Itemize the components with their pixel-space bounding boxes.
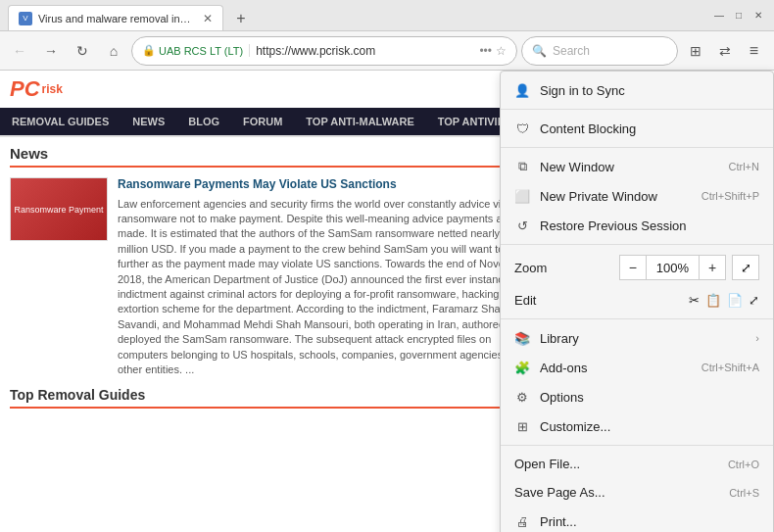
- print-label: Print...: [540, 514, 759, 529]
- search-bar[interactable]: 🔍 Search: [521, 36, 678, 66]
- library-icon: 📚: [514, 330, 530, 346]
- zoom-minus-button[interactable]: −: [619, 255, 647, 280]
- options-label: Options: [540, 390, 759, 405]
- cut-icon[interactable]: ✂: [689, 293, 700, 308]
- tab-close-button[interactable]: ✕: [203, 12, 213, 25]
- menu-section-file: Open File... Ctrl+O Save Page As... Ctrl…: [501, 446, 773, 532]
- sign-in-sync-item[interactable]: 👤 Sign in to Sync: [501, 75, 773, 105]
- nav-antimalware[interactable]: TOP ANTI-MALWARE: [294, 108, 425, 135]
- window-controls: — □ ✕: [711, 8, 766, 24]
- save-page-item[interactable]: Save Page As... Ctrl+S: [501, 478, 773, 507]
- open-file-label: Open File...: [514, 457, 718, 471]
- news-thumb-1: Ransomware Payment: [10, 177, 108, 241]
- options-item[interactable]: ⚙ Options: [501, 382, 773, 411]
- library-item[interactable]: 📚 Library ›: [501, 323, 773, 353]
- sync-button[interactable]: ⇄: [711, 37, 739, 65]
- new-window-shortcut: Ctrl+N: [729, 161, 759, 172]
- nav-forum[interactable]: FORUM: [231, 108, 294, 135]
- page-content: PC risk REMOVAL GUIDES NEWS BLOG FORUM T…: [0, 71, 774, 532]
- restore-session-label: Restore Previous Session: [540, 218, 759, 233]
- print-icon: 🖨: [514, 513, 530, 529]
- open-file-item[interactable]: Open File... Ctrl+O: [501, 450, 773, 478]
- sync-menu-icon: 👤: [514, 82, 530, 98]
- new-private-window-shortcut: Ctrl+Shift+P: [701, 190, 759, 202]
- zoom-control: Zoom − 100% + ⤢: [501, 249, 773, 286]
- url-text[interactable]: https://www.pcrisk.com: [256, 44, 473, 58]
- forward-button[interactable]: →: [37, 37, 65, 65]
- tab-favicon: V: [19, 12, 32, 25]
- news-text-1: Ransomware Payments May Violate US Sanct…: [118, 177, 539, 377]
- copy-icon[interactable]: 📋: [705, 293, 721, 308]
- bottom-section-title: Top Removal Guides: [10, 387, 539, 409]
- address-actions: ••• ☆: [479, 44, 507, 58]
- search-placeholder: Search: [553, 44, 590, 58]
- menu-section-windows: ⧉ New Window Ctrl+N ⬜ New Private Window…: [501, 148, 773, 245]
- library-arrow: ›: [755, 332, 759, 344]
- paste-icon[interactable]: 📄: [727, 293, 743, 308]
- back-button[interactable]: ←: [6, 37, 33, 65]
- article-text-1: Law enforcement agencies and security fi…: [118, 197, 539, 378]
- address-bar[interactable]: 🔒 UAB RCS LT (LT) https://www.pcrisk.com…: [131, 36, 517, 66]
- bookmark-icon[interactable]: ☆: [496, 44, 507, 58]
- security-label: UAB RCS LT (LT): [159, 45, 243, 57]
- fullscreen-icon[interactable]: ⤢: [749, 293, 759, 308]
- more-icon[interactable]: •••: [479, 44, 492, 58]
- nav-removal-guides[interactable]: REMOVAL GUIDES: [0, 108, 121, 135]
- nav-blog[interactable]: BLOG: [176, 108, 231, 135]
- content-blocking-label: Content Blocking: [540, 121, 759, 136]
- customize-icon: ⊞: [514, 418, 530, 434]
- menu-section-addons: 📚 Library › 🧩 Add-ons Ctrl+Shift+A ⚙ Opt…: [501, 319, 773, 446]
- shield-icon: 🛡: [514, 121, 530, 136]
- library-label: Library: [540, 331, 746, 346]
- customize-item[interactable]: ⊞ Customize...: [501, 411, 773, 441]
- save-page-label: Save Page As...: [514, 485, 719, 500]
- menu-section-zoom-edit: Zoom − 100% + ⤢ Edit ✂ 📋 📄 ⤢: [501, 245, 773, 319]
- reload-button[interactable]: ↻: [69, 37, 96, 65]
- logo-text: PC: [10, 76, 40, 102]
- restore-session-item[interactable]: ↺ Restore Previous Session: [501, 211, 773, 240]
- edit-item[interactable]: Edit ✂ 📋 📄 ⤢: [501, 286, 773, 314]
- new-tab-button[interactable]: +: [229, 7, 253, 30]
- home-button[interactable]: ⌂: [100, 37, 127, 65]
- open-file-shortcut: Ctrl+O: [728, 459, 759, 470]
- content-left: News Ransomware Payment Ransomware Payme…: [10, 145, 539, 489]
- menu-section-sync: 👤 Sign in to Sync: [501, 72, 773, 110]
- print-item[interactable]: 🖨 Print...: [501, 507, 773, 532]
- content-blocking-item[interactable]: 🛡 Content Blocking: [501, 114, 773, 143]
- nav-tools: ⊞ ⇄ ≡: [682, 37, 768, 65]
- close-button[interactable]: ✕: [750, 8, 766, 24]
- addons-item[interactable]: 🧩 Add-ons Ctrl+Shift+A: [501, 353, 773, 382]
- reader-view-button[interactable]: ⊞: [682, 37, 709, 65]
- tab-area: V Virus and malware removal ins... ✕ +: [8, 0, 253, 30]
- save-page-shortcut: Ctrl+S: [729, 487, 759, 499]
- new-private-window-item[interactable]: ⬜ New Private Window Ctrl+Shift+P: [501, 181, 773, 211]
- addons-shortcut: Ctrl+Shift+A: [701, 362, 759, 373]
- zoom-label: Zoom: [514, 261, 619, 275]
- news-title-1[interactable]: Ransomware Payments May Violate US Sanct…: [118, 177, 539, 193]
- minimize-button[interactable]: —: [711, 8, 727, 24]
- tab-title: Virus and malware removal ins...: [38, 13, 193, 24]
- zoom-value: 100%: [647, 255, 699, 280]
- maximize-button[interactable]: □: [731, 8, 747, 24]
- customize-label: Customize...: [540, 419, 759, 434]
- new-window-icon: ⧉: [514, 159, 530, 174]
- edit-icons: ✂ 📋 📄 ⤢: [689, 293, 759, 308]
- site-logo: PC risk: [10, 76, 63, 102]
- logo-risk-text: risk: [42, 82, 63, 96]
- options-icon: ⚙: [514, 389, 530, 405]
- thumb-label-1: Ransomware Payment: [14, 205, 103, 215]
- nav-news[interactable]: NEWS: [121, 108, 176, 135]
- menu-button[interactable]: ≡: [741, 37, 768, 65]
- edit-label: Edit: [514, 293, 679, 308]
- zoom-plus-button[interactable]: +: [699, 255, 726, 280]
- addons-label: Add-ons: [540, 361, 692, 375]
- zoom-expand-button[interactable]: ⤢: [732, 255, 759, 280]
- sign-in-label: Sign in to Sync: [540, 83, 759, 98]
- news-item-1: Ransomware Payment Ransomware Payments M…: [10, 177, 539, 377]
- lock-icon: 🔒: [142, 44, 156, 57]
- new-window-item[interactable]: ⧉ New Window Ctrl+N: [501, 152, 773, 181]
- browser-tab[interactable]: V Virus and malware removal ins... ✕: [8, 5, 223, 30]
- menu-section-blocking: 🛡 Content Blocking: [501, 110, 773, 148]
- title-bar: V Virus and malware removal ins... ✕ + —…: [0, 0, 774, 31]
- search-icon: 🔍: [532, 44, 547, 58]
